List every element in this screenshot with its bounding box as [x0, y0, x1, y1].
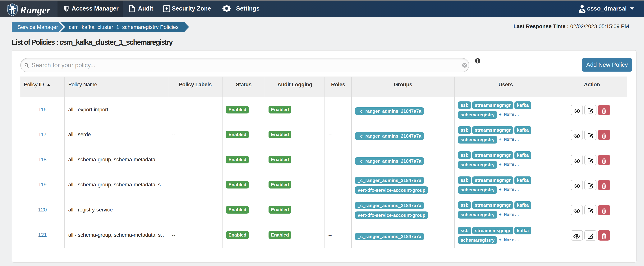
- svg-text:csm_kafka_cluster_1_schemaregi: csm_kafka_cluster_1_schemaregistry Polic…: [69, 24, 179, 30]
- svg-text:R: R: [10, 8, 15, 16]
- svg-text:Service Manager: Service Manager: [18, 24, 58, 30]
